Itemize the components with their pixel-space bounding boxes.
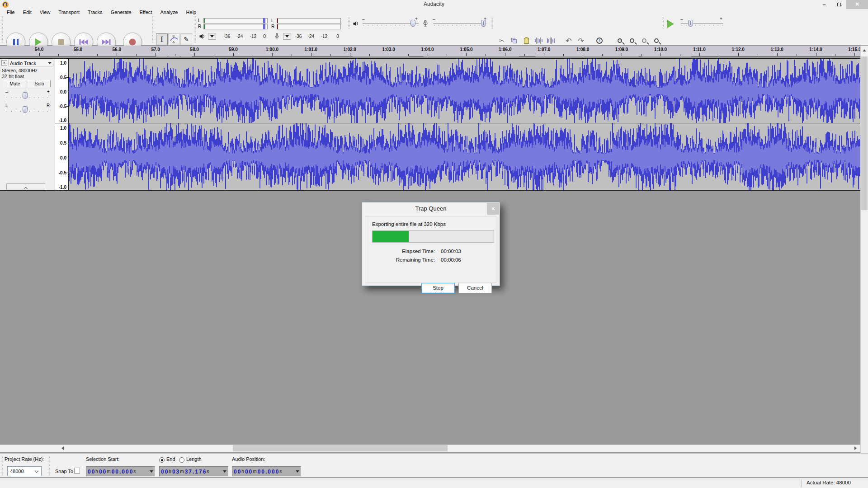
paste-button[interactable] (521, 35, 532, 46)
pan-left-label: L (5, 103, 8, 108)
length-radio[interactable] (179, 457, 184, 463)
fit-project-button[interactable] (651, 35, 662, 46)
chevron-down-icon[interactable] (223, 470, 226, 473)
menu-help[interactable]: Help (182, 9, 201, 15)
chevron-down-icon[interactable] (150, 470, 153, 473)
horizontal-scrollbar-thumb[interactable] (233, 445, 448, 451)
elapsed-time-label: Elapsed Time: (402, 249, 435, 254)
selection-toolbar-grip[interactable] (1, 456, 3, 476)
solo-button[interactable]: Solo (28, 80, 51, 87)
transport-toolbar-grip[interactable] (1, 16, 3, 43)
meter-toolbar-grip[interactable] (194, 16, 196, 43)
gain-slider[interactable] (6, 96, 49, 96)
remaining-time-label: Remaining Time: (396, 257, 435, 263)
time-seconds-unit: s (133, 469, 136, 474)
selection-end-field[interactable]: 00h 03m 37.176s (159, 466, 228, 477)
play-speed-slider[interactable] (681, 23, 723, 24)
mixer-toolbar-grip[interactable] (348, 17, 350, 29)
playback-meter-right-bar (203, 24, 268, 29)
end-radio[interactable] (159, 457, 165, 463)
waveform-channel-left[interactable] (69, 59, 860, 123)
menu-generate[interactable]: Generate (107, 9, 136, 15)
audio-position-field[interactable]: 00h 00m 00.000s (232, 466, 301, 477)
recording-meter-dropdown[interactable] (283, 33, 291, 40)
recording-volume-slider-thumb[interactable] (481, 20, 486, 27)
silence-audio-button[interactable] (545, 35, 556, 46)
snap-to-label: Snap To (55, 469, 73, 474)
dialog-close-button[interactable]: × (487, 203, 499, 215)
zoom-in-button[interactable] (614, 35, 625, 46)
toolbar-area: I ✎ ↔ * L R L R -36 -24 -12 0 (0, 15, 868, 45)
vruler-value: -1.0 (59, 118, 66, 123)
tools-toolbar-grip[interactable] (152, 16, 155, 43)
ruler-time-label: 59.0 (229, 47, 237, 52)
stop-export-button[interactable]: Stop (421, 283, 455, 293)
play-speed-min-label: – (680, 17, 683, 22)
copy-button[interactable] (509, 35, 519, 46)
menu-tracks[interactable]: Tracks (84, 9, 107, 15)
vruler-value: 0.5 (60, 75, 66, 80)
envelope-tool-button[interactable] (168, 33, 180, 45)
cut-button[interactable]: ✂ (496, 35, 507, 46)
mute-button[interactable]: Mute (4, 80, 26, 87)
status-bar: Actual Rate: 48000 (0, 478, 868, 488)
timeline-ruler[interactable]: 54.055.056.057.058.059.01:00.01:01.01:02… (0, 46, 860, 56)
recording-volume-slider[interactable] (433, 23, 486, 24)
transcription-toolbar-grip[interactable] (662, 17, 664, 29)
cancel-export-button[interactable]: Cancel (458, 283, 492, 293)
selection-start-field[interactable]: 00h 00m 00.000s (86, 466, 155, 477)
menu-transport[interactable]: Transport (54, 9, 84, 15)
selection-tool-button[interactable]: I (156, 33, 168, 45)
pause-icon (13, 39, 19, 45)
scroll-left-arrow[interactable] (59, 445, 66, 452)
chevron-down-icon[interactable] (296, 470, 299, 473)
restore-button[interactable] (833, 0, 846, 9)
playback-meter-left-label: L (198, 18, 203, 23)
sync-lock-button[interactable] (594, 35, 605, 46)
playback-meter-dropdown[interactable] (208, 33, 216, 40)
undo-button[interactable]: ↶ (563, 35, 574, 46)
menu-edit[interactable]: Edit (19, 9, 36, 15)
snap-to-checkbox[interactable] (74, 468, 80, 474)
undo-icon: ↶ (566, 37, 571, 45)
close-button[interactable]: × (846, 0, 868, 9)
pan-slider[interactable] (6, 110, 49, 110)
edit-toolbar-grip[interactable] (491, 17, 493, 29)
vruler-value: 0.0 (60, 155, 66, 160)
gain-slider-thumb[interactable] (23, 92, 28, 99)
play-at-speed-button[interactable] (667, 20, 674, 28)
fit-project-icon (654, 38, 659, 43)
fit-selection-button[interactable] (639, 35, 650, 46)
track-close-button[interactable]: × (1, 60, 7, 66)
paste-icon (524, 38, 529, 44)
draw-tool-button[interactable]: ✎ (180, 33, 192, 45)
scroll-up-arrow[interactable] (861, 47, 868, 54)
vertical-scrollbar[interactable] (860, 46, 868, 477)
zoom-out-button[interactable] (627, 35, 637, 46)
gain-min-label: – (5, 89, 8, 94)
waveform-channel-right[interactable] (69, 123, 860, 190)
menu-view[interactable]: View (36, 9, 55, 15)
stop-icon (58, 39, 64, 45)
project-rate-select[interactable]: 48000 (7, 466, 42, 476)
menu-analyze[interactable]: Analyze (156, 9, 182, 15)
scroll-right-arrow[interactable] (852, 445, 859, 452)
track-collapse-button[interactable] (6, 183, 45, 189)
redo-button[interactable]: ↷ (576, 35, 586, 46)
selection-start-label: Selection Start: (86, 456, 120, 462)
menu-effect[interactable]: Effect (136, 9, 156, 15)
playback-volume-slider-thumb[interactable] (410, 20, 415, 27)
playback-volume-min-label: – (362, 17, 365, 22)
menu-file[interactable]: File (3, 9, 19, 15)
trim-audio-button[interactable] (533, 35, 544, 46)
track-name-menu[interactable]: Audio Track (8, 60, 53, 66)
actual-rate-label: Actual Rate: 48000 (807, 480, 851, 485)
vertical-scrollbar-thumb[interactable] (861, 56, 868, 210)
horizontal-scrollbar[interactable] (0, 444, 860, 452)
vertical-ruler[interactable]: 1.0 0.5 0.0 -0.5 -1.0 1.0 0.5 0.0 -0.5 -… (55, 59, 69, 190)
minimize-button[interactable]: – (817, 0, 831, 9)
audio-position-label: Audio Position: (232, 456, 265, 462)
meter-scale-value: 0 (336, 34, 339, 39)
pan-slider-thumb[interactable] (23, 106, 28, 113)
play-speed-slider-thumb[interactable] (688, 20, 693, 27)
